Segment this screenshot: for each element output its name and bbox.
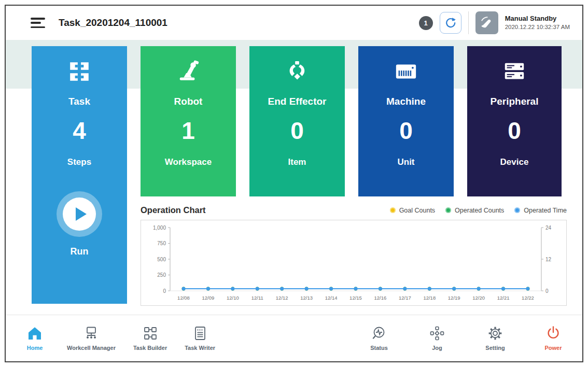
rotate-arrow-icon [444, 17, 457, 29]
notification-badge[interactable]: 1 [419, 16, 433, 30]
nav-item-jog[interactable]: Jog [423, 326, 452, 351]
chart-plot-area: 02505007501,0000122412/0812/0912/1012/11… [141, 220, 567, 306]
svg-text:12/16: 12/16 [374, 295, 387, 301]
task-title: Task_20201204_110001 [59, 17, 167, 29]
gripper-icon [285, 60, 309, 83]
svg-text:12/15: 12/15 [349, 295, 362, 301]
chart-legend: Goal CountsOperated CountsOperated Time [390, 207, 567, 214]
svg-text:12/14: 12/14 [325, 295, 338, 301]
nav-label: Jog [432, 345, 442, 351]
svg-text:750: 750 [157, 241, 166, 246]
svg-text:12/18: 12/18 [423, 295, 436, 301]
home-icon [27, 326, 43, 341]
robot-arm-icon [176, 60, 200, 83]
bottom-nav-bar: Home Workcell Manager [6, 315, 582, 361]
nav-item-home[interactable]: Home [20, 326, 49, 351]
run-label: Run [71, 246, 89, 257]
card-machine[interactable]: Machine 0 Unit [358, 46, 454, 196]
hamburger-menu-icon[interactable] [31, 18, 45, 28]
svg-text:12/19: 12/19 [448, 295, 460, 301]
legend-item: Operated Counts [445, 207, 504, 214]
setting-gear-icon [487, 326, 503, 341]
nav-label: Task Builder [133, 345, 167, 351]
card-unit: Unit [397, 157, 414, 167]
header-bar: Task_20201204_110001 1 Manual Standby 20… [6, 6, 582, 40]
card-value: 1 [181, 119, 195, 143]
svg-text:12/08: 12/08 [177, 295, 190, 301]
card-value: 4 [73, 119, 86, 143]
legend-dot [390, 207, 396, 213]
operation-chart-section: Operation Chart Goal CountsOperated Coun… [141, 205, 567, 306]
nav-group-right: Status Jog [365, 326, 568, 351]
legend-item: Operated Time [514, 207, 567, 214]
svg-text:12/12: 12/12 [276, 295, 288, 301]
machine-icon [394, 60, 418, 83]
play-icon [76, 207, 87, 221]
power-icon [545, 326, 561, 341]
svg-text:12/20: 12/20 [472, 295, 485, 301]
svg-text:12/22: 12/22 [522, 295, 534, 301]
nav-label: Workcell Manager [67, 345, 116, 351]
svg-text:250: 250 [157, 272, 166, 278]
refresh-button[interactable] [440, 12, 461, 34]
card-value: 0 [290, 119, 304, 143]
svg-text:500: 500 [157, 257, 166, 262]
card-robot[interactable]: Robot 1 Workspace [141, 46, 236, 196]
card-unit: Item [288, 157, 306, 167]
nav-label: Home [27, 345, 43, 351]
nav-item-task-writer[interactable]: Task Writer [185, 326, 215, 351]
nav-item-workcell-manager[interactable]: Workcell Manager [67, 326, 116, 351]
header-divider [468, 11, 469, 34]
chart-header: Operation Chart Goal CountsOperated Coun… [141, 205, 567, 215]
run-button[interactable] [57, 191, 102, 237]
screen-frame: Task_20201204_110001 1 Manual Standby 20… [0, 0, 588, 367]
card-task[interactable]: Task 4 Steps Run [32, 46, 127, 304]
svg-text:0: 0 [545, 288, 549, 294]
card-unit: Workspace [165, 157, 212, 167]
nav-label: Setting [485, 345, 505, 351]
task-icon [67, 60, 91, 83]
task-writer-icon [192, 326, 208, 341]
play-circle [63, 197, 96, 231]
header-right-cluster: 1 Manual Standby 2020.12.22 10:32:37 AM [419, 11, 570, 34]
chart-title: Operation Chart [141, 205, 206, 215]
robot-status: Manual Standby 2020.12.22 10:32:37 AM [505, 15, 570, 31]
hand-icon [479, 15, 495, 31]
card-title: End Effector [268, 96, 327, 107]
nav-label: Status [370, 345, 388, 351]
task-builder-icon [143, 326, 158, 341]
svg-text:12/13: 12/13 [300, 295, 313, 301]
svg-text:12/21: 12/21 [497, 295, 510, 301]
manual-mode-icon[interactable] [475, 11, 498, 34]
nav-label: Task Writer [185, 345, 215, 351]
operation-chart-canvas: 02505007501,0000122412/0812/0912/1012/11… [141, 220, 566, 305]
nav-label: Power [544, 345, 562, 351]
robot-control-app: Task_20201204_110001 1 Manual Standby 20… [5, 5, 583, 362]
workcell-manager-icon [83, 326, 99, 341]
svg-text:12/11: 12/11 [251, 295, 263, 301]
nav-item-power[interactable]: Power [539, 326, 568, 351]
status-icon [371, 326, 387, 341]
svg-text:24: 24 [545, 225, 552, 231]
legend-dot [514, 207, 520, 213]
card-end-effector[interactable]: End Effector 0 Item [249, 46, 345, 196]
svg-text:12: 12 [545, 257, 552, 262]
svg-text:12/09: 12/09 [202, 295, 215, 301]
svg-text:1,000: 1,000 [153, 225, 166, 231]
legend-dot [445, 207, 451, 213]
card-unit: Steps [67, 157, 91, 167]
card-unit: Device [500, 157, 529, 167]
card-peripheral[interactable]: Peripheral 0 Device [467, 46, 562, 196]
legend-item: Goal Counts [390, 207, 435, 214]
peripheral-device-icon [502, 60, 526, 83]
svg-text:12/10: 12/10 [227, 295, 239, 301]
svg-text:12/17: 12/17 [399, 295, 411, 301]
nav-item-status[interactable]: Status [365, 326, 394, 351]
nav-item-task-builder[interactable]: Task Builder [133, 326, 167, 351]
mode-label: Manual Standby [505, 15, 570, 23]
timestamp: 2020.12.22 10:32:37 AM [505, 23, 570, 31]
card-title: Peripheral [491, 96, 539, 107]
card-title: Task [68, 96, 90, 107]
nav-item-setting[interactable]: Setting [481, 326, 510, 351]
card-title: Machine [386, 96, 426, 107]
